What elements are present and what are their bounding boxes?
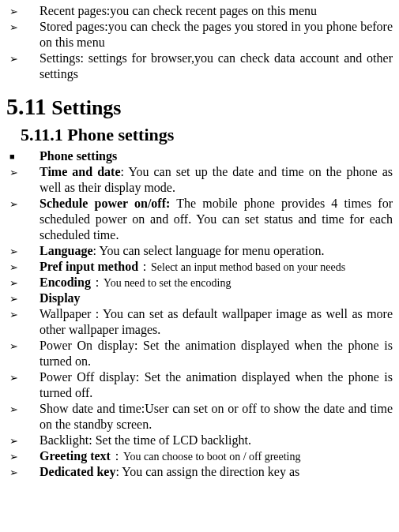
list-item-wallpaper: Wallpaper : You can set as default wallp… bbox=[6, 306, 393, 338]
colon: ： bbox=[111, 449, 123, 463]
phone-settings-list-2: Greeting text：You can choose to boot on … bbox=[6, 448, 393, 480]
list-item-schedule-power: Schedule power on/off: The mobile phone … bbox=[6, 196, 393, 243]
subsection-heading: 5.11.1 Phone settings bbox=[21, 125, 393, 145]
phone-settings-list-1: Time and date: You can set up the date a… bbox=[6, 164, 393, 306]
label: Greeting text bbox=[40, 449, 111, 463]
colon: ： bbox=[91, 275, 104, 289]
phone-settings-group: Phone settings bbox=[6, 148, 393, 164]
text: : You can assign the direction key as bbox=[115, 465, 299, 478]
list-item-language: Language: You can select language for me… bbox=[6, 243, 393, 259]
text: Power Off display: Set the animation dis… bbox=[40, 370, 393, 399]
list-item-encoding: Encoding：You need to set the encoding bbox=[6, 275, 393, 290]
list-item-pref-input: Pref input method：Select an input method… bbox=[6, 259, 393, 275]
section-heading: 5.11 Settings bbox=[6, 93, 393, 120]
text: Settings: settings for browser,you can c… bbox=[40, 51, 393, 81]
subsection-number: 5.11.1 bbox=[21, 125, 63, 144]
list-item-recent-pages: Recent pages:you can check recent pages … bbox=[6, 3, 393, 19]
text: Backlight: Set the time of LCD backlight… bbox=[40, 433, 251, 447]
list-item-time-date: Time and date: You can set up the date a… bbox=[6, 164, 393, 196]
list-item-display: Display bbox=[6, 290, 393, 306]
text: You need to set the encoding bbox=[104, 277, 231, 289]
browser-options-list: Recent pages:you can check recent pages … bbox=[6, 3, 393, 82]
text: Power On display: Set the animation disp… bbox=[40, 339, 393, 368]
label: Language bbox=[40, 244, 93, 257]
section-title: Settings bbox=[47, 96, 122, 119]
list-item-stored-pages: Stored pages:you can check the pages you… bbox=[6, 19, 393, 51]
list-item-dedicated-key: Dedicated key: You can assign the direct… bbox=[6, 464, 393, 480]
colon: ： bbox=[138, 260, 151, 273]
list-item-greeting-text: Greeting text：You can choose to boot on … bbox=[6, 448, 393, 464]
list-item-backlight: Backlight: Set the time of LCD backlight… bbox=[6, 433, 393, 448]
text: Wallpaper : You can set as default wallp… bbox=[40, 307, 393, 336]
list-item-show-date-time: Show date and time:User can set on or of… bbox=[6, 401, 393, 433]
label: Schedule power on/off: bbox=[40, 197, 170, 210]
label: Pref input method bbox=[40, 260, 138, 273]
text: You can choose to boot on / off greeting bbox=[123, 451, 301, 463]
label: Display bbox=[40, 291, 81, 305]
label: Time and date bbox=[40, 165, 121, 178]
text: Select an input method based on your nee… bbox=[151, 261, 345, 273]
list-item-power-off-display: Power Off display: Set the animation dis… bbox=[6, 369, 393, 401]
text: Show date and time:User can set on or of… bbox=[40, 402, 393, 431]
text: Recent pages:you can check recent pages … bbox=[40, 4, 317, 17]
subsection-title: Phone settings bbox=[63, 125, 175, 144]
label: Phone settings bbox=[40, 149, 117, 163]
label: Dedicated key bbox=[40, 465, 115, 478]
display-sublist: Wallpaper : You can set as default wallp… bbox=[6, 306, 393, 448]
list-item-power-on-display: Power On display: Set the animation disp… bbox=[6, 338, 393, 369]
list-item-settings: Settings: settings for browser,you can c… bbox=[6, 51, 393, 82]
list-item-phone-settings: Phone settings bbox=[6, 148, 393, 164]
section-number: 5.11 bbox=[6, 93, 47, 119]
text: : You can select language for menu opera… bbox=[93, 244, 325, 257]
label: Encoding bbox=[40, 275, 91, 289]
text: Stored pages:you can check the pages you… bbox=[40, 20, 393, 49]
